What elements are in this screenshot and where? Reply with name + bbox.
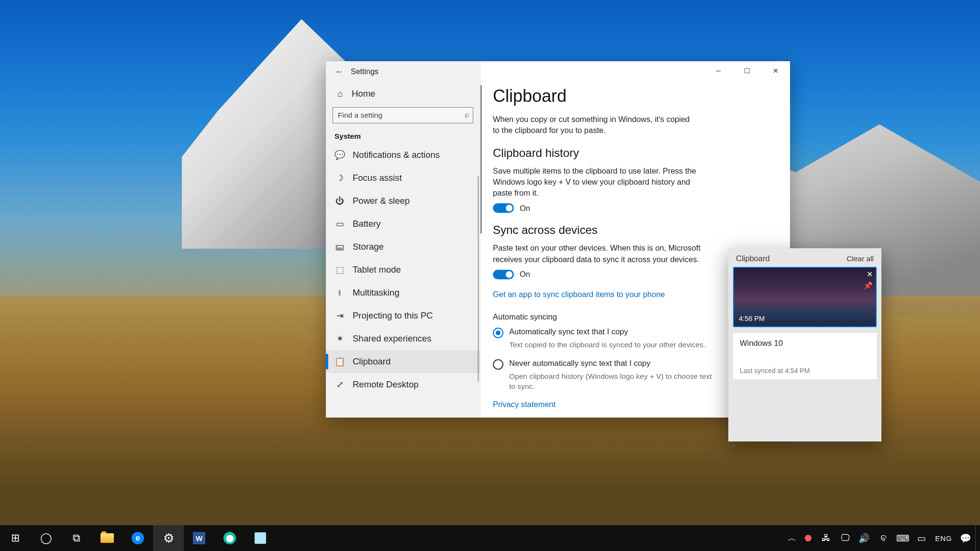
sidebar-item-label: Remote Desktop xyxy=(353,379,419,390)
sidebar-item-label: Multitasking xyxy=(353,287,400,298)
nav-list: 💬Notifications & actions☽Focus assist⏻Po… xyxy=(326,143,480,396)
section-sync-header: Sync across devices xyxy=(493,223,776,237)
sidebar-item-shared-experiences[interactable]: ✶Shared experiences xyxy=(326,327,480,350)
taskbar-photos[interactable]: ⬤ xyxy=(214,525,245,551)
desktop: ← Settings ⌂ Home ⌕ System 💬Notification… xyxy=(0,0,980,551)
sidebar-item-notifications-actions[interactable]: 💬Notifications & actions xyxy=(326,143,480,166)
taskbar-file-explorer[interactable] xyxy=(92,525,122,551)
taskbar-word[interactable]: W xyxy=(184,525,214,551)
tray-overflow[interactable]: ︿ xyxy=(784,525,800,551)
storage-icon: 🖴 xyxy=(334,242,345,252)
multitasking-icon: ⫲ xyxy=(334,288,345,298)
tablet-mode-icon: ⬚ xyxy=(334,264,345,275)
cortana-button[interactable]: ◯ xyxy=(31,525,61,551)
sidebar-item-label: Storage xyxy=(353,242,384,252)
photos-icon: ⬤ xyxy=(223,532,236,544)
sidebar-item-label: Clipboard xyxy=(353,356,390,367)
sync-toggle[interactable] xyxy=(493,270,514,279)
tray-monitor-icon[interactable]: 🖵 xyxy=(835,525,855,551)
clipboard-item-pin-icon[interactable]: 📌 xyxy=(864,281,873,290)
clipboard-item-text[interactable]: Windows 10 Last synced at 4:54 PM xyxy=(733,333,877,379)
taskbar: ⊞ ◯ ⧉ e ⚙ W ⬤ ︿ ⬣ 🖧 🖵 🔊 ବ ⌨ ▭ ENG 💬 xyxy=(0,525,980,551)
sidebar-item-tablet-mode[interactable]: ⬚Tablet mode xyxy=(326,258,480,281)
radio-never-sync-desc: Open clipboard history (Windows logo key… xyxy=(509,372,715,392)
sidebar-item-label: Shared experiences xyxy=(353,333,432,344)
tray-ime-icon[interactable]: ▭ xyxy=(912,525,931,551)
sidebar-item-label: Notifications & actions xyxy=(353,150,440,160)
tray-input-icon[interactable]: ବ xyxy=(874,525,893,551)
sidebar-item-battery[interactable]: ▭Battery xyxy=(326,212,480,235)
sidebar-item-label: Power & sleep xyxy=(353,196,410,206)
nav-home[interactable]: ⌂ Home xyxy=(326,82,480,105)
tray-network-icon[interactable]: 🖧 xyxy=(816,525,835,551)
titlebar: ← Settings xyxy=(326,61,480,82)
nav-group-header: System xyxy=(326,127,480,143)
tray-keyboard-icon[interactable]: ⌨ xyxy=(893,525,912,551)
sidebar-item-label: Battery xyxy=(353,219,381,229)
radio-never-sync-label: Never automatically sync text that I cop… xyxy=(509,359,650,368)
gear-icon: ⚙ xyxy=(163,531,174,546)
radio-auto-sync-label: Automatically sync text that I copy xyxy=(509,327,628,336)
search-input[interactable] xyxy=(333,107,473,123)
clipboard-text-value: Windows 10 xyxy=(740,339,870,348)
radio-auto-sync[interactable] xyxy=(493,328,503,338)
taskbar-edge[interactable]: e xyxy=(122,525,153,551)
flyout-clear-all[interactable]: Clear all xyxy=(846,254,874,263)
radio-never-sync[interactable] xyxy=(493,359,503,370)
tray-language[interactable]: ENG xyxy=(931,534,956,542)
section-history-desc: Save multiple items to the clipboard to … xyxy=(493,165,703,198)
history-toggle-label: On xyxy=(520,204,530,213)
clipboard-item-delete-icon[interactable]: ✕ xyxy=(867,270,873,279)
back-button[interactable]: ← xyxy=(330,61,349,82)
sidebar-item-focus-assist[interactable]: ☽Focus assist xyxy=(326,166,480,189)
sync-phone-link[interactable]: Get an app to sync clipboard items to yo… xyxy=(493,290,665,299)
show-desktop-button[interactable] xyxy=(975,525,980,551)
sidebar-item-label: Focus assist xyxy=(353,173,402,183)
clipboard-icon: 📋 xyxy=(334,356,345,367)
focus-assist-icon: ☽ xyxy=(334,173,345,183)
taskbar-settings[interactable]: ⚙ xyxy=(153,525,184,551)
sidebar-scrollbar[interactable] xyxy=(478,176,479,382)
sidebar-item-projecting-to-this-pc[interactable]: ⇥Projecting to this PC xyxy=(326,304,480,327)
tray-action-center-icon[interactable]: 💬 xyxy=(956,525,975,551)
edge-icon: e xyxy=(132,532,144,544)
notepad-icon xyxy=(255,532,266,544)
search-wrap: ⌕ xyxy=(326,105,480,127)
clipboard-image-preview: ✕ 📌 4:56 PM xyxy=(733,267,877,327)
sidebar-item-power-sleep[interactable]: ⏻Power & sleep xyxy=(326,189,480,212)
tray-security-icon[interactable]: ⬣ xyxy=(800,525,816,551)
notifications-actions-icon: 💬 xyxy=(334,150,345,160)
content-scrollbar[interactable] xyxy=(480,85,482,233)
radio-auto-sync-desc: Text copied to the clipboard is synced t… xyxy=(509,340,715,350)
sidebar-item-remote-desktop[interactable]: ⤢Remote Desktop xyxy=(326,373,480,396)
privacy-link[interactable]: Privacy statement xyxy=(493,400,556,409)
projecting-to-this-pc-icon: ⇥ xyxy=(334,310,345,321)
home-icon: ⌂ xyxy=(335,89,345,99)
battery-icon: ▭ xyxy=(334,219,345,229)
flyout-title: Clipboard xyxy=(736,254,770,263)
clipboard-item-time: 4:56 PM xyxy=(739,315,765,322)
tray-volume-icon[interactable]: 🔊 xyxy=(855,525,874,551)
start-button[interactable]: ⊞ xyxy=(0,525,31,551)
page-lead: When you copy or cut something in Window… xyxy=(493,114,694,136)
clipboard-item-image[interactable]: ✕ 📌 4:56 PM xyxy=(733,267,877,327)
task-view-button[interactable]: ⧉ xyxy=(61,525,92,551)
sidebar-item-multitasking[interactable]: ⫲Multitasking xyxy=(326,281,480,304)
settings-window: ← Settings ⌂ Home ⌕ System 💬Notification… xyxy=(326,61,790,418)
word-icon: W xyxy=(193,532,205,544)
window-title: Settings xyxy=(351,67,379,76)
settings-sidebar: ← Settings ⌂ Home ⌕ System 💬Notification… xyxy=(326,61,480,418)
shared-experiences-icon: ✶ xyxy=(334,333,345,344)
sidebar-item-label: Tablet mode xyxy=(353,264,401,275)
page-title: Clipboard xyxy=(493,86,776,106)
taskbar-notepad[interactable] xyxy=(245,525,276,551)
sidebar-item-clipboard[interactable]: 📋Clipboard xyxy=(326,350,480,373)
sidebar-item-storage[interactable]: 🖴Storage xyxy=(326,235,480,258)
sync-toggle-label: On xyxy=(520,270,530,279)
folder-icon xyxy=(100,533,114,543)
section-history-header: Clipboard history xyxy=(493,146,776,160)
history-toggle[interactable] xyxy=(493,203,514,213)
sidebar-item-label: Projecting to this PC xyxy=(353,310,433,321)
nav-home-label: Home xyxy=(352,88,375,99)
clipboard-sync-status: Last synced at 4:54 PM xyxy=(740,367,870,375)
